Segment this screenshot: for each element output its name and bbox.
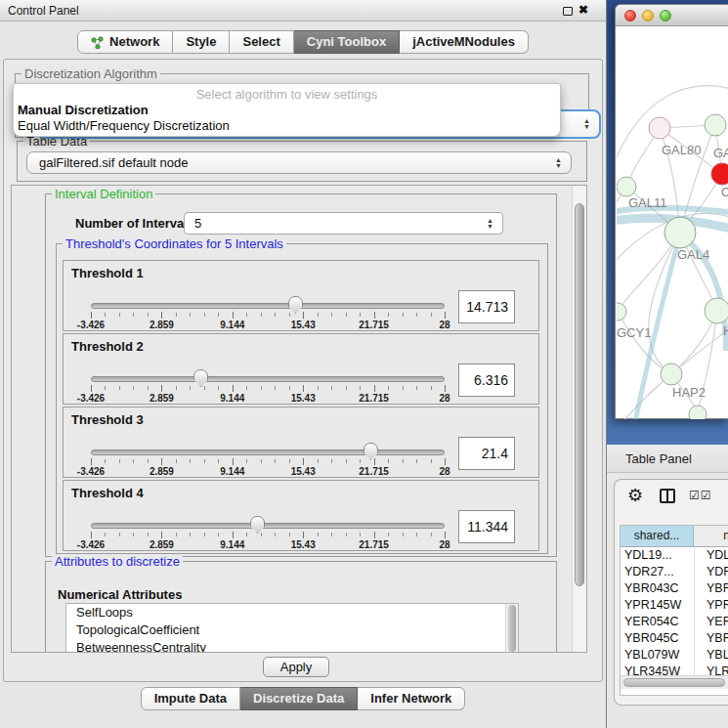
slider-track[interactable] <box>91 523 445 529</box>
spinner-stepper-icon[interactable]: ▲▼ <box>487 218 493 230</box>
threshold-slider[interactable]: -3.426 2.859 9.144 15.43 21.715 28 <box>91 407 445 479</box>
slider-track[interactable] <box>91 450 445 455</box>
attribute-list-item[interactable]: BetweennessCentrality <box>66 639 518 653</box>
slider-track[interactable] <box>91 303 445 309</box>
node-label: GAL80 <box>662 143 701 157</box>
node-label: HAP2 <box>672 385 706 400</box>
slider-minor-ticks <box>91 533 446 536</box>
cell-shared-name[interactable]: YDR27... <box>624 564 693 580</box>
cell-name[interactable]: YBL0 <box>707 647 728 664</box>
tab-infer-network[interactable]: Infer Network <box>358 687 465 710</box>
attributes-groupbox: Attributes to discretize Numerical Attri… <box>45 561 557 653</box>
cell-name[interactable]: YLR3 <box>707 664 728 675</box>
cell-shared-name[interactable]: YER054C <box>624 614 693 630</box>
cell-name[interactable]: YER0 <box>707 614 728 630</box>
network-canvas[interactable]: GAL80 GA C GAL11 GAL4 GCY1 H HAP2 <box>617 26 728 419</box>
slider-thumb[interactable] <box>288 296 303 314</box>
node-selected[interactable] <box>711 163 728 185</box>
tick-label: 21.715 <box>359 320 389 330</box>
threshold-value-field[interactable]: 14.713 <box>458 290 515 323</box>
cell-name[interactable]: YBR0 <box>707 630 728 647</box>
tab-style[interactable]: Style <box>173 30 230 54</box>
threshold-value-field[interactable]: 21.4 <box>458 437 515 470</box>
threshold-value-field[interactable]: 11.344 <box>458 510 515 543</box>
table-row[interactable]: YPR145WYPR1 <box>621 597 728 614</box>
tab-impute-data[interactable]: Impute Data <box>141 687 240 710</box>
gear-icon[interactable]: ⚙ <box>627 485 643 506</box>
cell-shared-name[interactable]: YBL079W <box>624 647 693 664</box>
settings-scrollbar[interactable] <box>572 186 586 652</box>
node-gcy1[interactable] <box>617 303 626 321</box>
num-intervals-spinner[interactable]: 5 ▲▼ <box>184 212 503 235</box>
tab-discretize-data[interactable]: Discretize Data <box>240 687 358 710</box>
table-row[interactable]: YBL079WYBL0 <box>621 647 728 664</box>
tab-network[interactable]: Network <box>77 30 173 54</box>
node-label: GAL11 <box>628 195 667 210</box>
numerical-attributes-list[interactable]: SelfLoopsTopologicalCoefficientBetweenne… <box>65 603 519 653</box>
cell-name[interactable]: YPR1 <box>707 597 728 614</box>
list-scrollbar-thumb[interactable] <box>508 605 516 652</box>
combo-stepper-icon[interactable]: ▲▼ <box>583 118 590 130</box>
node[interactable] <box>705 114 726 136</box>
dropdown-item-manual[interactable]: Manual Discretization <box>18 103 149 117</box>
table-row[interactable]: YDR27...YDR2 <box>621 564 728 580</box>
table-hscrollbar-thumb[interactable] <box>623 678 725 687</box>
dropdown-item-equal-width[interactable]: Equal Width/Frequency Discretization <box>18 118 230 133</box>
threshold-slider[interactable]: -3.426 2.859 9.144 15.43 21.715 28 <box>91 481 445 552</box>
close-traffic-light-icon[interactable] <box>624 10 636 21</box>
cell-shared-name[interactable]: YBR045C <box>624 630 693 647</box>
node-label: GAL4 <box>677 247 709 262</box>
node-gal11[interactable] <box>617 177 636 196</box>
table-row[interactable]: YBR043CYBR0 <box>621 580 728 597</box>
table-row[interactable]: YER054CYER0 <box>621 614 728 630</box>
node-gal4[interactable] <box>664 217 696 248</box>
combo-stepper-icon[interactable]: ▲▼ <box>555 157 562 169</box>
column-layout-icon[interactable] <box>660 489 675 503</box>
minimize-traffic-light-icon[interactable] <box>642 10 654 21</box>
node[interactable] <box>689 406 707 419</box>
table-row[interactable]: YBR045CYBR0 <box>621 630 728 647</box>
node[interactable] <box>705 298 728 323</box>
attribute-list-item[interactable]: TopologicalCoefficient <box>66 621 518 639</box>
tab-cyni-toolbox[interactable]: Cyni Toolbox <box>294 30 400 54</box>
node-gal80[interactable] <box>649 117 670 139</box>
attribute-list-item[interactable]: SelfLoops <box>66 604 518 621</box>
slider-thumb[interactable] <box>193 369 208 387</box>
network-view-window[interactable]: GAL80 GA C GAL11 GAL4 GCY1 H HAP2 <box>615 4 728 419</box>
threshold-row: Threshold 4 -3.426 2.859 9.144 15.43 21.… <box>63 480 539 551</box>
cell-name[interactable]: YBR0 <box>707 580 728 597</box>
apply-button[interactable]: Apply <box>263 657 329 677</box>
cell-shared-name[interactable]: YBR043C <box>624 580 693 597</box>
threshold-slider[interactable]: -3.426 2.859 9.144 15.43 21.715 28 <box>91 334 445 406</box>
cell-shared-name[interactable]: YDL19... <box>624 547 693 564</box>
slider-track[interactable] <box>91 376 445 382</box>
cell-name[interactable]: YDR2 <box>707 564 728 580</box>
slider-thumb[interactable] <box>364 443 378 460</box>
tab-jactivemnodules[interactable]: jActiveMNodules <box>400 30 529 54</box>
column-header-shared-name[interactable]: shared... <box>621 526 694 547</box>
network-window-titlebar[interactable] <box>616 5 728 26</box>
zoom-traffic-light-icon[interactable] <box>660 10 671 21</box>
cell-shared-name[interactable]: YPR145W <box>624 597 693 614</box>
float-window-icon[interactable] <box>563 7 573 16</box>
slider-thumb[interactable] <box>250 516 265 534</box>
settings-scrollbar-thumb[interactable] <box>575 203 584 586</box>
threshold-value-field[interactable]: 6.316 <box>458 364 515 397</box>
cell-name[interactable]: YDL1 <box>707 547 728 564</box>
close-icon[interactable]: ✖ <box>578 3 588 17</box>
table-data-combobox[interactable]: galFiltered.sif default node ▲▼ <box>26 151 572 174</box>
checkbox-icons[interactable]: ☑☑ <box>689 489 712 502</box>
table-hscrollbar[interactable] <box>621 675 728 689</box>
tab-select[interactable]: Select <box>230 30 293 54</box>
cell-shared-name[interactable]: YLR345W <box>624 664 693 675</box>
table-row[interactable]: YLR345WYLR3 <box>621 664 728 675</box>
tab-label: Cyni Toolbox <box>307 31 386 53</box>
attributes-group-label: Attributes to discretize <box>52 554 183 569</box>
tick-label: 21.715 <box>359 393 389 404</box>
node-hap2[interactable] <box>661 364 682 385</box>
list-scrollbar[interactable] <box>505 604 518 653</box>
column-header-name[interactable]: na <box>694 526 728 547</box>
table-row[interactable]: YDL19...YDL1 <box>621 547 728 564</box>
threshold-slider[interactable]: -3.426 2.859 9.144 15.43 21.715 28 <box>91 261 445 332</box>
tab-label: Discretize Data <box>253 688 344 709</box>
